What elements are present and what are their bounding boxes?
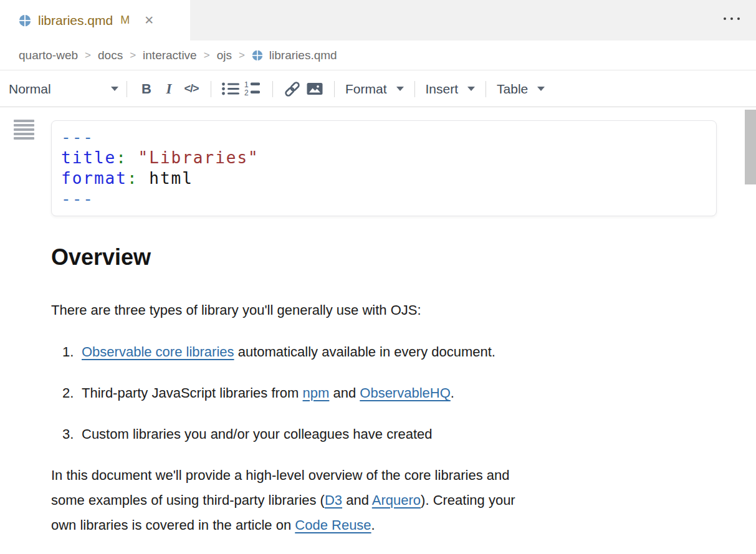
- numbered-list: 1.Observable core libraries automaticall…: [51, 340, 717, 447]
- modified-badge: M: [120, 14, 130, 27]
- text-run: Custom libraries you and/or your colleag…: [82, 426, 433, 442]
- heading-overview: Overview: [51, 244, 717, 270]
- link-d3[interactable]: D3: [325, 492, 342, 508]
- text-run: .: [371, 517, 375, 533]
- bold-button[interactable]: B: [135, 77, 158, 102]
- yaml-code-line: ---: [61, 189, 707, 209]
- link-arquero[interactable]: Arquero: [372, 492, 421, 508]
- document-body[interactable]: ---title: "Libraries"format: html--- Ove…: [51, 107, 717, 538]
- list-item[interactable]: 2.Third-party JavaScript libraries from …: [51, 381, 717, 406]
- yaml-code-line: ---: [61, 127, 707, 148]
- list-item-number: 2.: [62, 381, 82, 406]
- code-icon: </>: [184, 82, 198, 95]
- paragraph-style-dropdown[interactable]: Normal: [9, 82, 118, 97]
- breadcrumb-separator: >: [85, 49, 91, 62]
- image-icon: [307, 82, 323, 95]
- breadcrumb-ojs[interactable]: ojs: [217, 49, 232, 62]
- link-button[interactable]: [281, 77, 304, 102]
- numbered-list-button[interactable]: 1 2: [242, 77, 264, 102]
- toolbar-divider: [127, 81, 127, 97]
- text-run: automatically available in every documen…: [234, 344, 495, 360]
- format-menu[interactable]: Format: [345, 82, 404, 97]
- tab-filename: libraries.qmd: [38, 13, 113, 28]
- list-item-text: Observable core libraries automatically …: [82, 340, 495, 365]
- chevron-down-icon: [467, 87, 475, 91]
- numbered-list-icon: 1 2: [244, 81, 262, 97]
- list-item[interactable]: 1.Observable core libraries automaticall…: [51, 340, 717, 365]
- italic-button[interactable]: I: [158, 77, 180, 102]
- quarto-visual-editor: libraries.qmd M ✕ quarto-web > docs > in…: [0, 0, 756, 554]
- yaml-token: :: [127, 169, 138, 188]
- link-code-reuse[interactable]: Code Reuse: [295, 517, 371, 533]
- list-item-number: 1.: [62, 340, 82, 365]
- toolbar-divider: [211, 81, 211, 97]
- yaml-token: html: [138, 169, 193, 188]
- code-button[interactable]: </>: [180, 77, 203, 102]
- bold-icon: B: [141, 81, 151, 97]
- yaml-token: "Libraries": [127, 148, 259, 167]
- toolbar-divider: [334, 81, 335, 97]
- list-item-number: 3.: [62, 422, 82, 447]
- breadcrumb-separator: >: [130, 49, 136, 62]
- yaml-code-line: format: html: [61, 168, 707, 189]
- toolbar-divider: [414, 81, 415, 97]
- chevron-down-icon: [111, 87, 118, 91]
- bullet-list-icon: [221, 82, 240, 96]
- editor-content: ---title: "Libraries"format: html--- Ove…: [0, 107, 756, 554]
- breadcrumb-file[interactable]: libraries.qmd: [252, 49, 337, 62]
- link-npm[interactable]: npm: [303, 385, 330, 401]
- breadcrumb: quarto-web > docs > interactive > ojs > …: [0, 41, 756, 70]
- svg-text:2: 2: [244, 88, 249, 97]
- breadcrumb-docs[interactable]: docs: [98, 49, 123, 62]
- yaml-token: title: [61, 148, 116, 167]
- yaml-token: format: [61, 169, 127, 188]
- text-run: and: [329, 385, 360, 401]
- text-run: and: [342, 492, 372, 508]
- text-run: own libraries is covered in the article …: [51, 517, 295, 533]
- bullet-list-button[interactable]: [219, 77, 242, 102]
- toolbar-divider: [486, 81, 486, 97]
- chevron-down-icon: [396, 87, 404, 91]
- table-menu[interactable]: Table: [497, 82, 545, 97]
- quarto-file-icon: [19, 14, 31, 27]
- yaml-token: :: [116, 148, 127, 167]
- yaml-token: ---: [61, 189, 94, 208]
- link-observablehq[interactable]: ObservableHQ: [360, 385, 451, 401]
- intro-paragraph: There are three types of library you'll …: [51, 298, 717, 323]
- close-tab-icon[interactable]: ✕: [144, 14, 154, 26]
- list-item-text: Custom libraries you and/or your colleag…: [82, 422, 433, 447]
- vertical-scrollbar[interactable]: [745, 110, 756, 184]
- text-run: In this document we'll provide a high-le…: [51, 467, 509, 483]
- breadcrumb-interactive[interactable]: interactive: [143, 49, 197, 62]
- toolbar-divider: [272, 81, 273, 97]
- breadcrumb-separator: >: [204, 49, 210, 62]
- outline-toggle-icon[interactable]: [14, 120, 34, 140]
- breadcrumb-separator: >: [239, 49, 245, 62]
- format-menu-label: Format: [345, 82, 387, 97]
- yaml-front-matter-block[interactable]: ---title: "Libraries"format: html---: [51, 120, 717, 216]
- table-menu-label: Table: [497, 82, 528, 97]
- yaml-code-line: title: "Libraries": [61, 148, 707, 168]
- image-button[interactable]: [304, 77, 326, 102]
- outro-paragraph: In this document we'll provide a high-le…: [51, 463, 717, 538]
- paragraph-style-value: Normal: [9, 82, 51, 97]
- chevron-down-icon: [537, 87, 545, 91]
- text-run: .: [451, 385, 454, 401]
- text-run: ). Creating your: [421, 492, 515, 508]
- link-observable-core-libraries[interactable]: Observable core libraries: [82, 344, 234, 360]
- insert-menu[interactable]: Insert: [426, 82, 476, 97]
- italic-icon: I: [166, 81, 172, 97]
- list-item-text: Third-party JavaScript libraries from np…: [82, 381, 454, 406]
- more-actions-icon[interactable]: [724, 17, 740, 20]
- insert-menu-label: Insert: [426, 82, 459, 97]
- quarto-file-icon: [252, 50, 263, 61]
- text-run: some examples of using third-party libra…: [51, 492, 325, 508]
- yaml-token: ---: [61, 128, 94, 146]
- tab-libraries-qmd[interactable]: libraries.qmd M ✕: [0, 0, 190, 41]
- editor-toolbar: Normal B I </> 1 2: [0, 71, 756, 107]
- breadcrumb-quarto-web[interactable]: quarto-web: [19, 49, 78, 62]
- chain-link-icon: [282, 81, 302, 97]
- list-item[interactable]: 3.Custom libraries you and/or your colle…: [51, 422, 717, 447]
- breadcrumb-filename: libraries.qmd: [269, 49, 337, 62]
- tab-bar: libraries.qmd M ✕: [0, 0, 756, 41]
